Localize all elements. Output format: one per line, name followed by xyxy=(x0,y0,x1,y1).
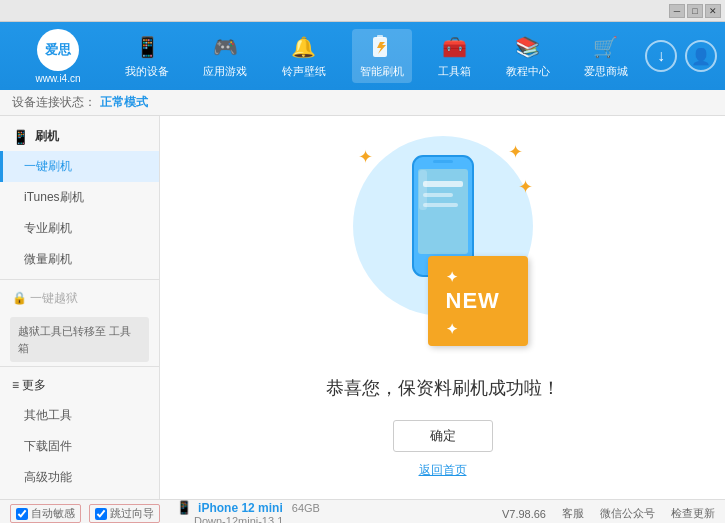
sparkle-2: ✦ xyxy=(508,141,523,163)
sidebar-divider-1 xyxy=(0,279,159,280)
sidebar-one-key-flash[interactable]: 一键刷机 xyxy=(0,151,159,182)
smart-flash-icon xyxy=(368,33,396,61)
device-icon: 📱 xyxy=(176,500,192,515)
apps-games-label: 应用游戏 xyxy=(203,64,247,79)
check-update-link[interactable]: 检查更新 xyxy=(671,506,715,521)
auto-launch-label: 自动敏感 xyxy=(31,506,75,521)
sidebar-divider-2 xyxy=(0,366,159,367)
sidebar: 📱 刷机 一键刷机 iTunes刷机 专业刷机 微量刷机 🔒 一键越狱 越狱工具… xyxy=(0,116,160,499)
mall-icon: 🛒 xyxy=(592,33,620,61)
ringtones-label: 铃声壁纸 xyxy=(282,64,326,79)
bottom-left: 自动敏感 跳过向导 📱 iPhone 12 mini 64GB Down-12m… xyxy=(10,500,502,523)
jailbreak-notice: 越狱工具已转移至 工具箱 xyxy=(10,317,149,362)
svg-rect-7 xyxy=(423,193,453,197)
nav-right: ↓ 👤 xyxy=(645,40,717,72)
maximize-button[interactable]: □ xyxy=(687,4,703,18)
logo-icon: 爱思 xyxy=(37,29,79,71)
status-label: 设备连接状态： xyxy=(12,94,96,111)
main-area: 📱 刷机 一键刷机 iTunes刷机 专业刷机 微量刷机 🔒 一键越狱 越狱工具… xyxy=(0,116,725,499)
logo-url: www.i4.cn xyxy=(35,73,80,84)
close-button[interactable]: ✕ xyxy=(705,4,721,18)
nav-apps-games[interactable]: 🎮 应用游戏 xyxy=(195,29,255,83)
nav-my-device[interactable]: 📱 我的设备 xyxy=(117,29,177,83)
confirm-button[interactable]: 确定 xyxy=(393,420,493,452)
nav-toolbox[interactable]: 🧰 工具箱 xyxy=(430,29,479,83)
svg-rect-6 xyxy=(423,181,463,187)
device-name: iPhone 12 mini xyxy=(198,501,283,515)
center-content: NEW ✦ ✦ ✦ 恭喜您，保资料刷机成功啦！ 确定 返回首页 xyxy=(160,116,725,499)
logo-area: 爱思 www.i4.cn xyxy=(8,29,108,84)
nav-mall[interactable]: 🛒 爱思商城 xyxy=(576,29,636,83)
my-device-label: 我的设备 xyxy=(125,64,169,79)
bottom-bar: 自动敏感 跳过向导 📱 iPhone 12 mini 64GB Down-12m… xyxy=(0,499,725,523)
skip-wizard-checkbox[interactable]: 跳过向导 xyxy=(89,504,160,523)
minimize-button[interactable]: ─ xyxy=(669,4,685,18)
flash-section-icon: 📱 xyxy=(12,129,29,145)
sidebar-more-header: ≡ 更多 xyxy=(0,371,159,400)
smart-flash-label: 智能刷机 xyxy=(360,64,404,79)
nav-smart-flash[interactable]: 智能刷机 xyxy=(352,29,412,83)
skip-wizard-label: 跳过向导 xyxy=(110,506,154,521)
device-model: Down-12mini-13.1 xyxy=(194,515,283,523)
device-storage: 64GB xyxy=(292,502,320,514)
toolbox-icon: 🧰 xyxy=(441,33,469,61)
mall-label: 爱思商城 xyxy=(584,64,628,79)
phone-illustration: NEW ✦ ✦ ✦ xyxy=(343,136,543,356)
device-info: 📱 iPhone 12 mini 64GB Down-12mini-13.1 xyxy=(176,500,320,523)
skip-wizard-input[interactable] xyxy=(95,508,107,520)
tutorials-label: 教程中心 xyxy=(506,64,550,79)
svg-rect-9 xyxy=(419,170,427,210)
back-home-link[interactable]: 返回首页 xyxy=(419,462,467,479)
top-nav: 爱思 www.i4.cn 📱 我的设备 🎮 应用游戏 🔔 铃声壁纸 智能刷机 xyxy=(0,22,725,90)
user-button[interactable]: 👤 xyxy=(685,40,717,72)
auto-launch-checkbox[interactable]: 自动敏感 xyxy=(10,504,81,523)
sidebar-other-tools[interactable]: 其他工具 xyxy=(0,400,159,431)
sparkle-3: ✦ xyxy=(518,176,533,198)
tutorials-icon: 📚 xyxy=(514,33,542,61)
toolbox-label: 工具箱 xyxy=(438,64,471,79)
nav-ringtones[interactable]: 🔔 铃声壁纸 xyxy=(274,29,334,83)
download-button[interactable]: ↓ xyxy=(645,40,677,72)
wechat-public-link[interactable]: 微信公众号 xyxy=(600,506,655,521)
nav-tutorials[interactable]: 📚 教程中心 xyxy=(498,29,558,83)
svg-rect-8 xyxy=(423,203,458,207)
status-bar: 设备连接状态： 正常模式 xyxy=(0,90,725,116)
version-label: V7.98.66 xyxy=(502,508,546,520)
sidebar-pro-flash[interactable]: 专业刷机 xyxy=(0,213,159,244)
sidebar-itunes-flash[interactable]: iTunes刷机 xyxy=(0,182,159,213)
jailbreak-section-label: 🔒 一键越狱 xyxy=(12,290,78,307)
more-section-label: ≡ 更多 xyxy=(12,377,46,394)
customer-service-link[interactable]: 客服 xyxy=(562,506,584,521)
svg-rect-5 xyxy=(433,160,453,163)
sparkle-1: ✦ xyxy=(358,146,373,168)
sidebar-flash-header: 📱 刷机 xyxy=(0,122,159,151)
my-device-icon: 📱 xyxy=(133,33,161,61)
sidebar-advanced[interactable]: 高级功能 xyxy=(0,462,159,493)
sidebar-jailbreak-header: 🔒 一键越狱 xyxy=(0,284,159,313)
svg-rect-1 xyxy=(377,35,383,38)
bottom-right: V7.98.66 客服 微信公众号 检查更新 xyxy=(502,506,715,521)
nav-items: 📱 我的设备 🎮 应用游戏 🔔 铃声壁纸 智能刷机 🧰 工具箱 xyxy=(108,29,645,83)
sidebar-micro-flash[interactable]: 微量刷机 xyxy=(0,244,159,275)
title-bar: ─ □ ✕ xyxy=(0,0,725,22)
status-value: 正常模式 xyxy=(100,94,148,111)
ringtones-icon: 🔔 xyxy=(290,33,318,61)
auto-launch-input[interactable] xyxy=(16,508,28,520)
new-badge: NEW xyxy=(428,256,528,346)
success-text: 恭喜您，保资料刷机成功啦！ xyxy=(326,376,560,400)
flash-section-label: 刷机 xyxy=(35,128,59,145)
apps-games-icon: 🎮 xyxy=(211,33,239,61)
sidebar-download-firmware[interactable]: 下载固件 xyxy=(0,431,159,462)
